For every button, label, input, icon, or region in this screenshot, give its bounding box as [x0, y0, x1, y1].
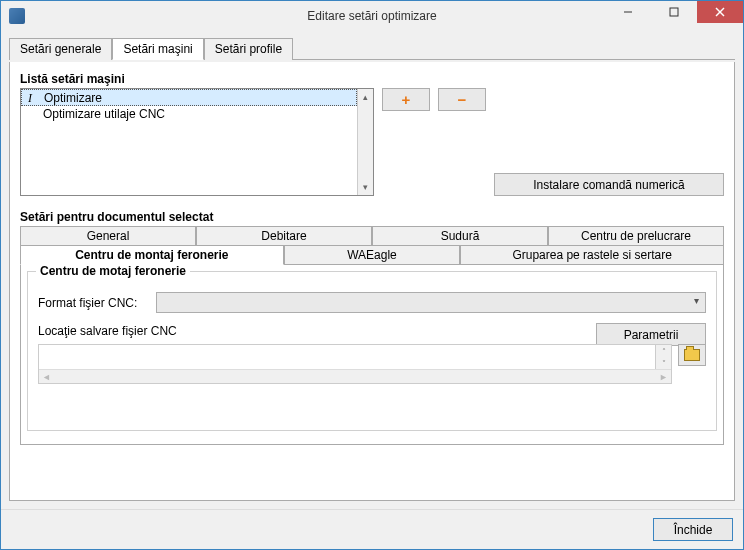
path-hscrollbar[interactable]: ◄ ► — [39, 369, 671, 383]
close-icon — [715, 7, 725, 17]
scroll-left-icon: ◄ — [42, 372, 51, 382]
machine-listbox[interactable]: I Optimizare Optimizare utilaje CNC ▴ ▾ — [20, 88, 374, 196]
format-combo[interactable] — [156, 292, 706, 313]
window-controls — [605, 1, 743, 31]
install-column: Instalare comandă numerică — [494, 88, 724, 196]
params-button[interactable]: Parametrii — [596, 323, 706, 346]
tab-centru-prelucrare[interactable]: Centru de prelucrare — [548, 226, 724, 246]
svg-rect-1 — [670, 8, 678, 16]
plus-icon: + — [402, 92, 411, 107]
doc-tabs-row2: Centru de montaj feronerie WAEagle Grupa… — [20, 245, 724, 265]
maximize-icon — [669, 7, 679, 17]
window-title: Editare setări optimizare — [307, 9, 436, 23]
install-cnc-button[interactable]: Instalare comandă numerică — [494, 173, 724, 196]
document-settings-section: Setări pentru documentul selectat Genera… — [20, 210, 724, 446]
content-area: Setări generale Setări maşini Setări pro… — [1, 31, 743, 509]
groupbox-title: Centru de motaj feronerie — [36, 264, 190, 278]
install-label: Instalare comandă numerică — [533, 178, 684, 192]
dialog-window: Editare setări optimizare Setări general… — [0, 0, 744, 550]
spin-down-icon[interactable]: ˅ — [656, 357, 671, 369]
doc-tabs: General Debitare Sudură Centru de preluc… — [20, 226, 724, 266]
list-item-label: Optimizare — [44, 91, 102, 105]
browse-button[interactable] — [678, 344, 706, 366]
doc-tabs-row1: General Debitare Sudură Centru de preluc… — [20, 226, 724, 246]
list-buttons: + − — [382, 88, 486, 196]
close-label: Închide — [674, 523, 713, 537]
format-label: Format fişier CNC: — [38, 296, 148, 310]
tab-machine-settings[interactable]: Setări maşini — [112, 38, 203, 60]
tab-profile-settings[interactable]: Setări profile — [204, 38, 293, 60]
close-dialog-button[interactable]: Închide — [653, 518, 733, 541]
minus-icon: − — [458, 92, 467, 107]
main-tabs: Setări generale Setări maşini Setări pro… — [9, 37, 735, 60]
app-icon — [9, 8, 25, 24]
tab-panel: Listă setări maşini I Optimizare Optimiz… — [9, 62, 735, 501]
scroll-down-icon[interactable]: ▾ — [358, 179, 373, 195]
machine-list-row: I Optimizare Optimizare utilaje CNC ▴ ▾ … — [20, 88, 724, 196]
minimize-button[interactable] — [605, 1, 651, 23]
remove-button[interactable]: − — [438, 88, 486, 111]
spin-up-icon[interactable]: ˄ — [656, 345, 671, 357]
tab-general[interactable]: General — [20, 226, 196, 246]
titlebar: Editare setări optimizare — [1, 1, 743, 31]
machine-list-label: Listă setări maşini — [20, 72, 724, 86]
tab-sudura[interactable]: Sudură — [372, 226, 548, 246]
folder-open-icon — [684, 349, 700, 361]
list-item[interactable]: I Optimizare — [21, 89, 357, 106]
list-item-label: Optimizare utilaje CNC — [43, 107, 165, 121]
path-spinner[interactable]: ˄ ˅ — [655, 345, 671, 369]
tab-debitare[interactable]: Debitare — [196, 226, 372, 246]
dialog-footer: Închide — [1, 509, 743, 549]
machine-list-content: I Optimizare Optimizare utilaje CNC — [21, 89, 357, 195]
tab-waeagle[interactable]: WAEagle — [284, 245, 461, 265]
list-item[interactable]: Optimizare utilaje CNC — [21, 106, 357, 123]
doc-tab-panel: Centru de motaj feronerie Format fişier … — [20, 265, 724, 445]
minimize-icon — [623, 7, 633, 17]
tab-grupare[interactable]: Gruparea pe rastele si sertare — [460, 245, 724, 265]
text-cursor-icon: I — [28, 91, 32, 106]
scroll-right-icon: ► — [659, 372, 668, 382]
params-label: Parametrii — [624, 328, 679, 342]
list-scrollbar[interactable]: ▴ ▾ — [357, 89, 373, 195]
scroll-up-icon[interactable]: ▴ — [358, 89, 373, 105]
save-path-input[interactable]: ˄ ˅ ◄ ► — [38, 344, 672, 384]
doc-settings-label: Setări pentru documentul selectat — [20, 210, 724, 224]
tab-centru-montaj[interactable]: Centru de montaj feronerie — [20, 245, 284, 265]
save-path-row: ˄ ˅ ◄ ► — [38, 344, 706, 384]
add-button[interactable]: + — [382, 88, 430, 111]
feronerie-groupbox: Centru de motaj feronerie Format fişier … — [27, 271, 717, 431]
close-button[interactable] — [697, 1, 743, 23]
tab-general-settings[interactable]: Setări generale — [9, 38, 112, 60]
format-row: Format fişier CNC: — [38, 292, 706, 313]
maximize-button[interactable] — [651, 1, 697, 23]
